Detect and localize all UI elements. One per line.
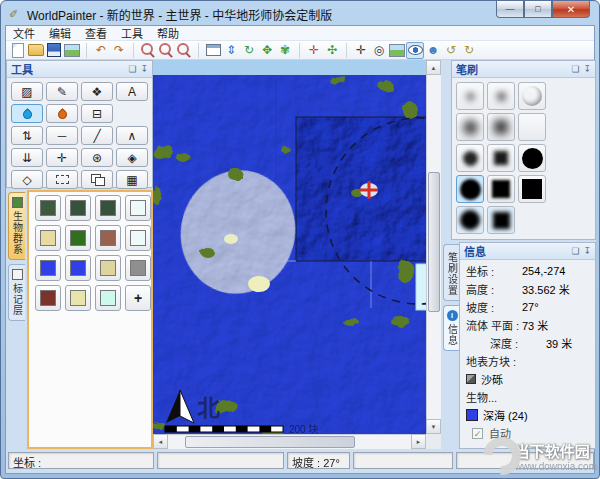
undo-icon[interactable]: ↶ bbox=[92, 42, 110, 59]
close-button[interactable]: ✕ bbox=[552, 1, 590, 18]
float-panel-icon[interactable]: ❏ bbox=[571, 64, 579, 74]
text-tool[interactable]: A bbox=[116, 82, 148, 101]
menu-file[interactable]: 文件 bbox=[6, 25, 42, 41]
biome-swatch[interactable] bbox=[95, 225, 121, 251]
flood-fill-tool[interactable]: ❖ bbox=[81, 82, 113, 101]
spray-texture-tool[interactable]: ▨ bbox=[11, 82, 43, 101]
sponge-tool[interactable]: ⊟ bbox=[81, 104, 113, 123]
fill-pattern-tool[interactable]: ▦ bbox=[116, 170, 148, 189]
brush-fade-circle[interactable] bbox=[456, 175, 484, 203]
biome-swatch[interactable] bbox=[35, 225, 61, 251]
zoom-fit-icon[interactable]: ✣ bbox=[323, 42, 341, 59]
rotate-brush-tool[interactable]: ◇ bbox=[11, 170, 43, 189]
brush-rock[interactable] bbox=[518, 82, 546, 110]
map-viewport[interactable]: 北 200 块 ▲ ▼ bbox=[153, 60, 441, 449]
menu-tools[interactable]: 工具 bbox=[114, 25, 150, 41]
float-panel-icon[interactable]: ❏ bbox=[128, 64, 136, 74]
raise-lower-tool[interactable]: ⇅ bbox=[11, 126, 43, 145]
world-properties-icon[interactable] bbox=[204, 42, 222, 59]
view-distance-icon[interactable] bbox=[406, 42, 424, 59]
overlay-image-icon[interactable] bbox=[388, 42, 406, 59]
biome-swatch[interactable] bbox=[95, 195, 121, 221]
biome-swatch[interactable] bbox=[125, 195, 151, 221]
rotate-light-left-icon[interactable]: ↺ bbox=[442, 42, 460, 59]
lower-terrain-tool[interactable]: ⇊ bbox=[11, 148, 43, 167]
pin-panel-icon[interactable]: ↧ bbox=[583, 246, 591, 256]
biome-swatch[interactable] bbox=[65, 285, 91, 311]
brush-fade-square[interactable] bbox=[487, 175, 515, 203]
biome-swatch[interactable] bbox=[65, 255, 91, 281]
select-area-tool[interactable] bbox=[46, 170, 78, 189]
biome-swatch[interactable] bbox=[125, 225, 151, 251]
brush-medium-square[interactable] bbox=[487, 144, 515, 172]
goto-coordinates-icon[interactable]: ✛ bbox=[352, 42, 370, 59]
brush-soft-circle[interactable] bbox=[456, 113, 484, 141]
vertical-scrollbar[interactable]: ▲ ▼ bbox=[426, 60, 441, 434]
menu-help[interactable]: 帮助 bbox=[150, 25, 186, 41]
zoom-in-icon[interactable] bbox=[175, 42, 193, 59]
menu-edit[interactable]: 编辑 bbox=[42, 25, 78, 41]
biome-swatch-grid: + bbox=[29, 192, 151, 311]
copy-selection-tool[interactable] bbox=[81, 170, 113, 189]
biome-swatch[interactable] bbox=[95, 255, 121, 281]
tab-annotations[interactable]: 标记层 bbox=[8, 264, 25, 321]
biome-swatch[interactable] bbox=[95, 285, 121, 311]
walking-distance-icon[interactable]: ☻ bbox=[424, 42, 442, 59]
pin-panel-icon[interactable]: ↧ bbox=[140, 64, 148, 74]
spray-points-tool[interactable]: ✛ bbox=[46, 148, 78, 167]
flatten-tool[interactable]: ─ bbox=[46, 126, 78, 145]
smooth-tool[interactable]: ╱ bbox=[81, 126, 113, 145]
brush-medium-circle[interactable] bbox=[456, 144, 484, 172]
move-world-icon[interactable]: ✥ bbox=[258, 42, 276, 59]
brush-custom-circle[interactable] bbox=[456, 206, 484, 234]
brush-hard-circle[interactable] bbox=[518, 144, 546, 172]
water-tool[interactable] bbox=[11, 104, 43, 123]
add-swatch-button[interactable]: + bbox=[125, 285, 151, 311]
shift-world-icon[interactable]: ⇕ bbox=[222, 42, 240, 59]
contours-icon[interactable]: ◎ bbox=[370, 42, 388, 59]
vertical-scroll-thumb[interactable] bbox=[428, 172, 440, 312]
pencil-tool[interactable]: ✎ bbox=[46, 82, 78, 101]
save-icon[interactable] bbox=[45, 42, 63, 59]
biome-swatch[interactable] bbox=[35, 285, 61, 311]
redo-icon[interactable]: ↷ bbox=[110, 42, 128, 59]
menu-view[interactable]: 查看 bbox=[78, 25, 114, 41]
rotate-world-icon[interactable]: ↻ bbox=[240, 42, 258, 59]
workspace: 工具 ❏ ↧ ▨✎❖A⊟⇅─╱∧⇊✛⊛◈◇▦ 生物群系 标记层 bbox=[6, 60, 596, 449]
north-label: 北 bbox=[197, 395, 220, 421]
window-controls: —□✕ bbox=[496, 1, 590, 18]
biome-swatch[interactable] bbox=[35, 255, 61, 281]
tab-brush-settings[interactable]: 笔刷设置 bbox=[443, 244, 460, 301]
brush-soft-square[interactable] bbox=[487, 113, 515, 141]
biome-swatch[interactable] bbox=[65, 195, 91, 221]
brush-spray[interactable] bbox=[518, 113, 546, 141]
global-operations-tool[interactable]: ⊛ bbox=[81, 148, 113, 167]
biome-swatch[interactable] bbox=[125, 255, 151, 281]
open-file-icon[interactable] bbox=[27, 42, 45, 59]
zoom-reset-icon[interactable] bbox=[157, 42, 175, 59]
maximize-button[interactable]: □ bbox=[524, 1, 552, 18]
biome-swatch[interactable] bbox=[65, 225, 91, 251]
biome-swatch[interactable] bbox=[35, 195, 61, 221]
export-image-icon[interactable] bbox=[63, 42, 81, 59]
tab-info[interactable]: i 信息 bbox=[443, 305, 460, 351]
spawn-point-icon[interactable]: ✾ bbox=[276, 42, 294, 59]
brush-soft-small-square[interactable] bbox=[487, 82, 515, 110]
brush-hard-square[interactable] bbox=[518, 175, 546, 203]
flip-tool[interactable]: ◈ bbox=[116, 148, 148, 167]
auto-checkbox[interactable]: ✓ bbox=[472, 428, 483, 439]
lava-tool[interactable] bbox=[46, 104, 78, 123]
new-file-icon[interactable] bbox=[9, 42, 27, 59]
goto-spawn-icon[interactable]: ✛ bbox=[305, 42, 323, 59]
raise-mountain-tool[interactable]: ∧ bbox=[116, 126, 148, 145]
minimize-button[interactable]: — bbox=[496, 1, 524, 18]
scroll-up-button[interactable]: ▲ bbox=[426, 60, 441, 75]
float-panel-icon[interactable]: ❏ bbox=[571, 246, 579, 256]
brush-custom-square[interactable] bbox=[487, 206, 515, 234]
brush-soft-small-circle[interactable] bbox=[456, 82, 484, 110]
tab-biomes[interactable]: 生物群系 bbox=[8, 192, 25, 260]
pin-panel-icon[interactable]: ↧ bbox=[583, 64, 591, 74]
scroll-down-button[interactable]: ▼ bbox=[426, 419, 441, 434]
zoom-out-icon[interactable] bbox=[139, 42, 157, 59]
rotate-light-right-icon[interactable]: ↻ bbox=[460, 42, 478, 59]
